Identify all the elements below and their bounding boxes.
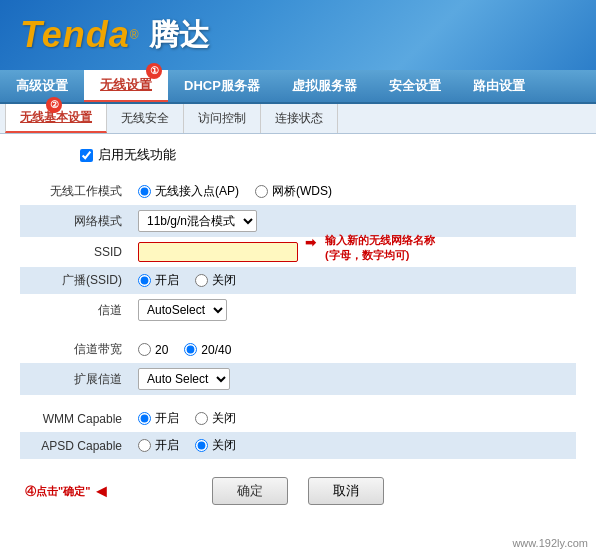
watermark: www.192ly.com	[512, 537, 588, 549]
net-mode-label: 网络模式	[20, 205, 130, 237]
mode-ap-option[interactable]: 无线接入点(AP)	[138, 183, 239, 200]
cancel-button[interactable]: 取消	[308, 477, 384, 505]
button-row: ④点击"确定" ◄ 确定 取消	[20, 477, 576, 515]
nav-item-dhcp[interactable]: DHCP服务器	[168, 70, 276, 102]
enable-wireless-row: 启用无线功能	[20, 146, 576, 164]
apsd-off-radio[interactable]	[195, 439, 208, 452]
enable-wireless-label[interactable]: 启用无线功能	[98, 146, 176, 164]
bandwidth-label: 信道带宽	[20, 336, 130, 363]
content-area: 启用无线功能 无线工作模式 无线接入点(AP) 网桥(WDS)	[0, 134, 596, 527]
mode-wds-option[interactable]: 网桥(WDS)	[255, 183, 332, 200]
wmm-row: WMM Capable 开启 关闭	[20, 405, 576, 432]
top-nav: 高级设置 无线设置 DHCP服务器 虚拟服务器 安全设置 路由设置	[0, 70, 596, 104]
broadcast-group: 开启 关闭	[138, 272, 568, 289]
channel-row: 信道 AutoSelect	[20, 294, 576, 326]
settings-table: 无线工作模式 无线接入点(AP) 网桥(WDS) 网络模式	[20, 178, 576, 459]
net-mode-select[interactable]: 11b/g/n混合模式	[138, 210, 257, 232]
subnav-security[interactable]: 无线安全	[107, 104, 184, 133]
channel-label: 信道	[20, 294, 130, 326]
wmm-on-option[interactable]: 开启	[138, 410, 179, 427]
net-mode-row: 网络模式 11b/g/n混合模式	[20, 205, 576, 237]
logo-cn: 腾达	[149, 15, 209, 56]
apsd-label: APSD Capable	[20, 432, 130, 459]
nav-item-security[interactable]: 安全设置	[373, 70, 457, 102]
wmm-group: 开启 关闭	[138, 410, 568, 427]
ssid-label: SSID	[20, 237, 130, 267]
ssid-arrow: ➡	[305, 235, 316, 250]
wmm-off-option[interactable]: 关闭	[195, 410, 236, 427]
broadcast-off-option[interactable]: 关闭	[195, 272, 236, 289]
logo-reg: ®	[130, 28, 139, 42]
ssid-row: SSID Tenda_D61DC0 ➡ 输入新的无线网络名称 (字母，数字均可)	[20, 237, 576, 267]
nav-item-advanced[interactable]: 高级设置	[0, 70, 84, 102]
apsd-group: 开启 关闭	[138, 437, 568, 454]
bw-20-radio[interactable]	[138, 343, 151, 356]
mode-wds-radio[interactable]	[255, 185, 268, 198]
wmm-off-radio[interactable]	[195, 412, 208, 425]
nav-item-routing[interactable]: 路由设置	[457, 70, 541, 102]
apsd-on-radio[interactable]	[138, 439, 151, 452]
bw-20-option[interactable]: 20	[138, 343, 168, 357]
broadcast-label: 广播(SSID)	[20, 267, 130, 294]
nav-item-virtual[interactable]: 虚拟服务器	[276, 70, 373, 102]
subnav-access[interactable]: 访问控制	[184, 104, 261, 133]
ext-channel-select[interactable]: Auto Select	[138, 368, 230, 390]
wmm-label: WMM Capable	[20, 405, 130, 432]
broadcast-off-radio[interactable]	[195, 274, 208, 287]
mode-ap-radio[interactable]	[138, 185, 151, 198]
enable-wireless-checkbox[interactable]	[80, 149, 93, 162]
logo-en: Tenda	[20, 14, 130, 56]
bandwidth-row: 信道带宽 20 20/40	[20, 336, 576, 363]
bw-2040-radio[interactable]	[184, 343, 197, 356]
broadcast-row: 广播(SSID) 开启 关闭	[20, 267, 576, 294]
circle-2-marker: ②	[48, 96, 62, 113]
circle-1-marker: ①	[148, 62, 162, 79]
ssid-annotation: 输入新的无线网络名称 (字母，数字均可)	[325, 233, 455, 264]
broadcast-on-option[interactable]: 开启	[138, 272, 179, 289]
bw-2040-option[interactable]: 20/40	[184, 343, 231, 357]
ext-channel-label: 扩展信道	[20, 363, 130, 395]
confirm-arrow-right: ◄	[92, 481, 110, 502]
apsd-off-option[interactable]: 关闭	[195, 437, 236, 454]
confirm-annotation-text: ④点击"确定"	[25, 484, 90, 499]
wireless-mode-label: 无线工作模式	[20, 178, 130, 205]
apsd-on-option[interactable]: 开启	[138, 437, 179, 454]
sub-nav: 无线基本设置 无线安全 访问控制 连接状态	[0, 104, 596, 134]
wireless-mode-row: 无线工作模式 无线接入点(AP) 网桥(WDS)	[20, 178, 576, 205]
apsd-row: APSD Capable 开启 关闭	[20, 432, 576, 459]
header: Tenda® 腾达	[0, 0, 596, 70]
ext-channel-row: 扩展信道 Auto Select	[20, 363, 576, 395]
channel-select[interactable]: AutoSelect	[138, 299, 227, 321]
wmm-on-radio[interactable]	[138, 412, 151, 425]
bandwidth-group: 20 20/40	[138, 343, 568, 357]
confirm-button[interactable]: 确定	[212, 477, 288, 505]
broadcast-on-radio[interactable]	[138, 274, 151, 287]
ssid-input[interactable]: Tenda_D61DC0	[138, 242, 298, 262]
confirm-annotation: ④点击"确定" ◄	[25, 481, 110, 502]
wireless-mode-group: 无线接入点(AP) 网桥(WDS)	[138, 183, 568, 200]
subnav-status[interactable]: 连接状态	[261, 104, 338, 133]
